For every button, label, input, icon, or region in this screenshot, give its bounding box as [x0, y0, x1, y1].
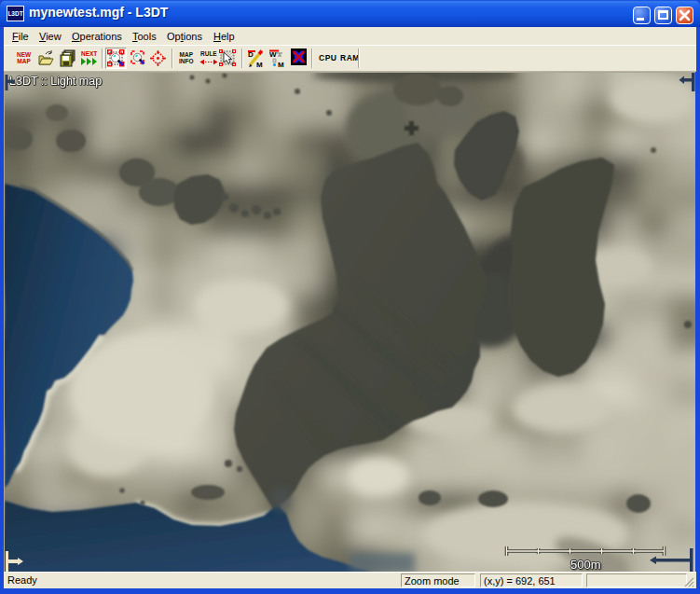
svg-text:M: M — [256, 61, 263, 68]
svg-text:M: M — [278, 61, 284, 68]
svg-text:500m: 500m — [570, 558, 601, 572]
